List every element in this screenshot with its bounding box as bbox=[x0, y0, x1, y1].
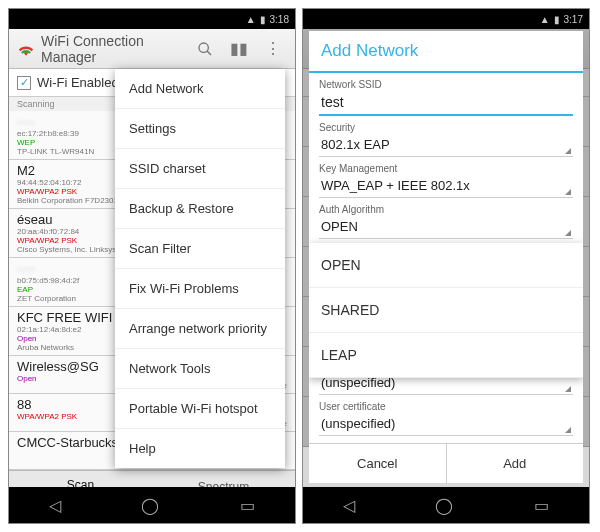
usercert-dropdown[interactable]: (unspecified) bbox=[319, 412, 573, 436]
phone-right: ▲ ▮ 3:17 ✓ 3樓M2éseau小明KFCWire88 Add Netw… bbox=[302, 8, 590, 524]
add-network-dialog: Add Network Network SSID test Security 8… bbox=[309, 31, 583, 483]
chevron-down-icon bbox=[565, 148, 571, 154]
dropdown-option[interactable]: LEAP bbox=[309, 333, 583, 378]
app-title: WiFi Connection Manager bbox=[41, 33, 185, 65]
auth-label: Auth Algorithm bbox=[319, 204, 573, 215]
back-icon[interactable]: ◁ bbox=[49, 496, 61, 515]
menu-item[interactable]: Scan Filter bbox=[115, 229, 285, 269]
security-value: 802.1x EAP bbox=[321, 137, 390, 152]
chevron-down-icon bbox=[565, 230, 571, 236]
ssid-input[interactable]: test bbox=[319, 90, 573, 116]
add-button[interactable]: Add bbox=[447, 444, 584, 483]
overflow-menu: Add NetworkSettingsSSID charsetBackup & … bbox=[115, 69, 285, 468]
battery-icon: ▮ bbox=[260, 14, 266, 25]
auth-value: OPEN bbox=[321, 219, 358, 234]
dialog-title: Add Network bbox=[309, 31, 583, 73]
usercert-value: (unspecified) bbox=[321, 416, 395, 431]
menu-item[interactable]: Network Tools bbox=[115, 349, 285, 389]
dropdown-option[interactable]: OPEN bbox=[309, 243, 583, 288]
menu-item[interactable]: Portable Wi-Fi hotspot bbox=[115, 389, 285, 429]
svg-point-0 bbox=[199, 43, 208, 52]
search-icon bbox=[197, 41, 213, 57]
status-time: 3:17 bbox=[564, 14, 583, 25]
dropdown-option[interactable]: SHARED bbox=[309, 288, 583, 333]
svg-line-1 bbox=[207, 51, 211, 55]
dialog-buttons: Cancel Add bbox=[309, 443, 583, 483]
pause-button[interactable]: ▮▮ bbox=[225, 35, 253, 63]
wifi-icon: ▲ bbox=[540, 14, 550, 25]
status-bar: ▲ ▮ 3:17 bbox=[303, 9, 589, 29]
pause-icon: ▮▮ bbox=[230, 39, 248, 58]
battery-icon: ▮ bbox=[554, 14, 560, 25]
menu-item[interactable]: Fix Wi-Fi Problems bbox=[115, 269, 285, 309]
status-time: 3:18 bbox=[270, 14, 289, 25]
keymgmt-value: WPA_EAP + IEEE 802.1x bbox=[321, 178, 470, 193]
menu-item[interactable]: Add Network bbox=[115, 69, 285, 109]
overflow-button[interactable]: ⋮ bbox=[259, 35, 287, 63]
auth-dropdown[interactable]: OPEN bbox=[319, 215, 573, 239]
search-button[interactable] bbox=[191, 35, 219, 63]
dialog-body: Network SSID test Security 802.1x EAP Ke… bbox=[309, 73, 583, 443]
home-icon[interactable]: ◯ bbox=[141, 496, 159, 515]
android-navbar: ◁ ◯ ▭ bbox=[9, 487, 295, 523]
cancel-button[interactable]: Cancel bbox=[309, 444, 447, 483]
usercert-label: User certificate bbox=[319, 401, 573, 412]
identity-label: Identity bbox=[319, 442, 573, 443]
status-bar: ▲ ▮ 3:18 bbox=[9, 9, 295, 29]
back-icon[interactable]: ◁ bbox=[343, 496, 355, 515]
chevron-down-icon bbox=[565, 427, 571, 433]
keymgmt-label: Key Management bbox=[319, 163, 573, 174]
menu-item[interactable]: Settings bbox=[115, 109, 285, 149]
menu-item[interactable]: Help bbox=[115, 429, 285, 468]
chevron-down-icon bbox=[565, 189, 571, 195]
home-icon[interactable]: ◯ bbox=[435, 496, 453, 515]
keymgmt-dropdown[interactable]: WPA_EAP + IEEE 802.1x bbox=[319, 174, 573, 198]
wifi-enabled-label: Wi-Fi Enabled bbox=[37, 75, 119, 90]
more-icon: ⋮ bbox=[265, 39, 281, 58]
auth-options-popup: OPENSHAREDLEAP bbox=[309, 243, 583, 378]
android-navbar: ◁ ◯ ▭ bbox=[303, 487, 589, 523]
security-label: Security bbox=[319, 122, 573, 133]
recents-icon[interactable]: ▭ bbox=[240, 496, 255, 515]
menu-item[interactable]: Arrange network priority bbox=[115, 309, 285, 349]
recents-icon[interactable]: ▭ bbox=[534, 496, 549, 515]
app-bar: WiFi Connection Manager ▮▮ ⋮ bbox=[9, 29, 295, 69]
app-wifi-icon bbox=[17, 42, 35, 56]
wifi-checkbox[interactable]: ✓ bbox=[17, 76, 31, 90]
ssid-label: Network SSID bbox=[319, 79, 573, 90]
menu-item[interactable]: Backup & Restore bbox=[115, 189, 285, 229]
phone-left: ▲ ▮ 3:18 WiFi Connection Manager ▮▮ ⋮ ✓ … bbox=[8, 8, 296, 524]
menu-item[interactable]: SSID charset bbox=[115, 149, 285, 189]
chevron-down-icon bbox=[565, 386, 571, 392]
security-dropdown[interactable]: 802.1x EAP bbox=[319, 133, 573, 157]
wifi-icon: ▲ bbox=[246, 14, 256, 25]
